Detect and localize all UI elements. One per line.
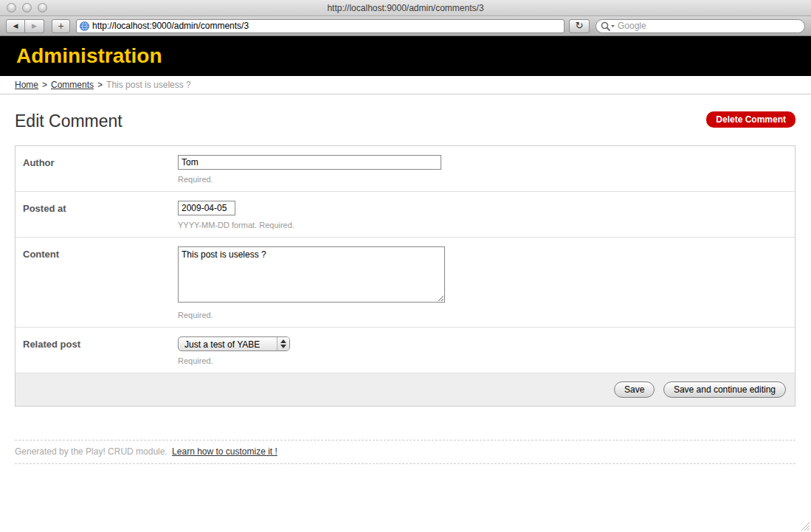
customize-link[interactable]: Learn how to customize it ! <box>172 446 277 457</box>
posted-at-help-text: YYYY-MM-DD format. Required. <box>178 221 787 229</box>
window-resize-grip[interactable] <box>799 520 810 531</box>
breadcrumb-separator: > <box>42 80 47 90</box>
page-title: Edit Comment <box>15 111 796 131</box>
form-actions-bar: Save Save and continue editing <box>15 373 795 406</box>
footer-text: Generated by the Play! CRUD module. <box>15 446 168 457</box>
reload-icon: ↻ <box>576 20 584 31</box>
breadcrumb: Home > Comments > This post is useless ? <box>0 76 811 94</box>
window-controls <box>7 3 47 13</box>
app-title: Administration <box>0 44 162 68</box>
author-label: Author <box>23 155 178 184</box>
window-title: http://localhost:9000/admin/comments/3 <box>327 3 483 13</box>
related-post-select[interactable]: Just a test of YABE <box>178 336 290 351</box>
content-textarea[interactable]: This post is useless ? <box>178 246 445 303</box>
breadcrumb-current-item: This post is useless ? <box>106 80 191 90</box>
form-row-related-post: Related post Just a test of YABE Require… <box>15 328 795 373</box>
save-continue-button[interactable]: Save and continue editing <box>663 381 786 398</box>
search-icon <box>601 21 615 31</box>
related-post-label: Related post <box>23 336 178 365</box>
browser-toolbar: ◀ ▶ + ↻ <box>0 16 811 36</box>
breadcrumb-home-link[interactable]: Home <box>15 80 38 90</box>
reload-button[interactable]: ↻ <box>569 19 590 33</box>
back-icon: ◀ <box>13 22 18 30</box>
breadcrumb-separator: > <box>97 80 103 90</box>
edit-comment-form: Author Required. Posted at YYYY-MM-DD fo… <box>15 145 796 407</box>
posted-at-input[interactable] <box>178 201 235 215</box>
app-header: Administration <box>0 36 811 76</box>
address-bar[interactable] <box>76 19 565 33</box>
save-button[interactable]: Save <box>614 381 655 398</box>
window-zoom-button[interactable] <box>38 3 47 13</box>
window-close-button[interactable] <box>7 3 16 13</box>
back-button[interactable]: ◀ <box>6 19 25 33</box>
content-help-text: Required. <box>178 311 787 319</box>
search-bar[interactable] <box>596 19 805 33</box>
posted-at-label: Posted at <box>23 201 178 229</box>
delete-comment-button[interactable]: Delete Comment <box>706 111 796 128</box>
related-post-help-text: Required. <box>178 356 787 365</box>
author-help-text: Required. <box>178 175 787 184</box>
breadcrumb-comments-link[interactable]: Comments <box>51 80 94 90</box>
url-input[interactable] <box>92 21 561 32</box>
add-bookmark-button[interactable]: + <box>52 19 70 33</box>
form-row-author: Author Required. <box>15 146 795 192</box>
search-input[interactable] <box>618 21 798 32</box>
globe-favicon-icon <box>80 21 89 31</box>
content-label: Content <box>23 246 178 319</box>
forward-icon: ▶ <box>32 22 37 30</box>
form-row-posted-at: Posted at YYYY-MM-DD format. Required. <box>15 192 795 238</box>
footer: Generated by the Play! CRUD module. Lear… <box>15 440 796 464</box>
author-input[interactable] <box>178 155 441 170</box>
window-titlebar[interactable]: http://localhost:9000/admin/comments/3 <box>0 0 811 16</box>
window-minimize-button[interactable] <box>22 3 32 13</box>
nav-button-group: ◀ ▶ <box>6 19 44 33</box>
form-row-content: Content This post is useless ? Required. <box>15 238 795 328</box>
forward-button[interactable]: ▶ <box>25 19 44 33</box>
main-content: Edit Comment Delete Comment Author Requi… <box>0 111 811 464</box>
plus-icon: + <box>58 20 63 32</box>
select-stepper-icon <box>277 337 289 350</box>
related-post-selected-value: Just a test of YABE <box>179 337 277 350</box>
